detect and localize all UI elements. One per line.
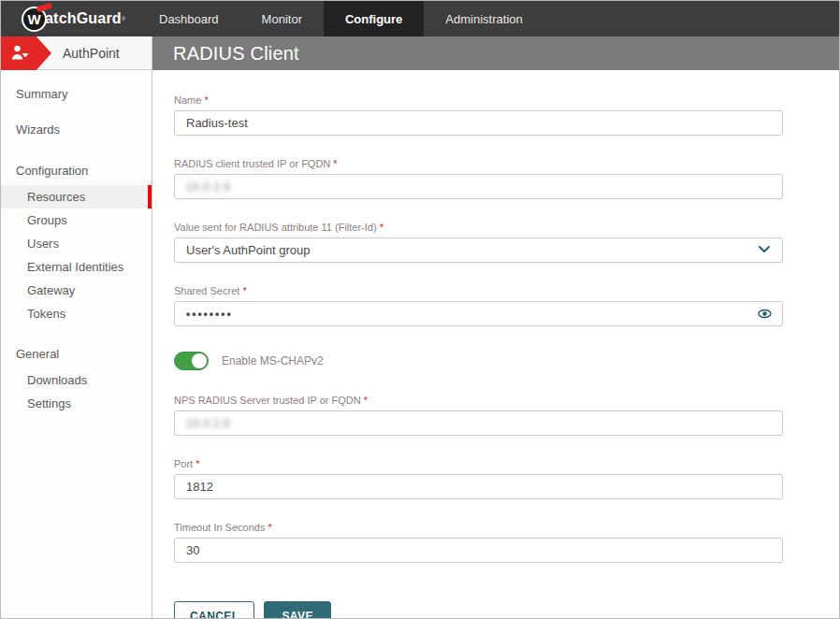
required-asterisk: * — [333, 158, 337, 169]
required-asterisk: * — [380, 222, 384, 233]
top-nav: W atchGuard ® Dashboard Monitor Configur… — [1, 1, 839, 36]
shared-secret-label: Shared Secret * — [174, 285, 783, 296]
client-ip-label: RADIUS client trusted IP or FQDN * — [174, 158, 783, 169]
eye-icon[interactable] — [758, 309, 772, 319]
attribute11-select[interactable]: User's AuthPoint group — [174, 238, 783, 263]
authpoint-user-icon — [9, 44, 32, 63]
field-client-ip: RADIUS client trusted IP or FQDN * 10.0.… — [174, 158, 783, 199]
page-title: RADIUS Client — [173, 43, 299, 65]
sidebar-item-users[interactable]: Users — [1, 232, 152, 255]
sidebar-item-gateway[interactable]: Gateway — [1, 279, 152, 302]
watchguard-logo[interactable]: W atchGuard ® — [1, 1, 123, 36]
sidebar-item-groups[interactable]: Groups — [1, 209, 152, 232]
required-asterisk: * — [204, 94, 208, 106]
body-layout: AuthPoint Summary Wizards Configuration … — [1, 36, 839, 618]
logo-initial: W — [27, 12, 40, 26]
port-label: Port * — [174, 458, 783, 469]
field-shared-secret: Shared Secret * •••••••• — [174, 285, 783, 326]
timeout-input[interactable] — [174, 538, 783, 563]
mschap-toggle[interactable] — [174, 352, 209, 370]
nav-tab-dashboard[interactable]: Dashboard — [138, 1, 240, 36]
attribute11-label: Value sent for RADIUS attribute 11 (Filt… — [174, 222, 783, 233]
name-label: Name * — [174, 94, 783, 106]
sidebar-item-downloads[interactable]: Downloads — [1, 368, 152, 392]
toggle-knob — [192, 353, 207, 368]
sidebar-item-resources[interactable]: Resources — [1, 185, 152, 209]
field-attribute11: Value sent for RADIUS attribute 11 (Filt… — [174, 222, 783, 263]
form-actions: CANCEL SAVE — [174, 601, 839, 619]
required-asterisk: * — [242, 285, 246, 296]
sidebar-item-tokens[interactable]: Tokens — [1, 302, 152, 325]
required-asterisk: * — [196, 458, 199, 469]
redacted-value: 10.0.2.6 — [186, 180, 230, 194]
sidebar-section-configuration[interactable]: Configuration — [1, 158, 152, 183]
sidebar-menu: Summary Wizards Configuration Resources … — [1, 70, 152, 415]
client-ip-input[interactable]: 10.0.2.6 — [174, 174, 783, 199]
field-port: Port * — [174, 458, 783, 499]
nav-tab-configure[interactable]: Configure — [324, 1, 424, 36]
app-window: W atchGuard ® Dashboard Monitor Configur… — [0, 0, 840, 619]
radius-client-form: Name * RADIUS client trusted IP or FQDN … — [152, 70, 839, 619]
required-asterisk: * — [268, 522, 271, 533]
nps-ip-input[interactable]: 10.0.2.6 — [174, 410, 783, 436]
sidebar-item-summary[interactable]: Summary — [1, 81, 152, 107]
sidebar-item-wizards[interactable]: Wizards — [1, 117, 152, 142]
page-title-bar: RADIUS Client — [152, 36, 839, 70]
sidebar-item-external-identities[interactable]: External Identities — [1, 255, 152, 279]
brand-wordmark: atchGuard — [45, 10, 122, 27]
cancel-button[interactable]: CANCEL — [174, 601, 254, 619]
primary-nav: Dashboard Monitor Configure Administrati… — [138, 1, 544, 36]
field-name: Name * — [174, 94, 783, 136]
name-input[interactable] — [174, 110, 783, 136]
required-asterisk: * — [364, 395, 368, 406]
sidebar-section-general[interactable]: General — [1, 341, 152, 367]
masked-password: •••••••• — [186, 308, 233, 321]
authpoint-pennant — [1, 36, 51, 70]
field-timeout: Timeout In Seconds * — [174, 522, 783, 563]
sidebar: AuthPoint Summary Wizards Configuration … — [1, 36, 152, 618]
nps-ip-label: NPS RADIUS Server trusted IP or FQDN * — [174, 395, 783, 406]
field-mschap: Enable MS-CHAPv2 — [174, 352, 839, 370]
field-nps-ip: NPS RADIUS Server trusted IP or FQDN * 1… — [174, 395, 783, 436]
chevron-down-icon — [759, 246, 770, 253]
sidebar-product-label: AuthPoint — [63, 46, 120, 61]
mschap-label: Enable MS-CHAPv2 — [222, 354, 324, 367]
main-panel: RADIUS Client Name * RADIUS client trust… — [152, 36, 839, 618]
port-input[interactable] — [174, 474, 783, 499]
sidebar-item-settings[interactable]: Settings — [1, 392, 152, 415]
redacted-value: 10.0.2.6 — [186, 417, 230, 430]
nav-tab-administration[interactable]: Administration — [424, 1, 543, 36]
sidebar-header: AuthPoint — [1, 36, 152, 70]
save-button[interactable]: SAVE — [264, 601, 330, 619]
timeout-label: Timeout In Seconds * — [174, 522, 783, 533]
trademark-symbol: ® — [122, 16, 125, 22]
watchguard-logo-icon: W — [22, 7, 47, 32]
selected-option: User's AuthPoint group — [186, 243, 311, 257]
shared-secret-input[interactable]: •••••••• — [174, 301, 783, 326]
nav-tab-monitor[interactable]: Monitor — [240, 1, 324, 36]
